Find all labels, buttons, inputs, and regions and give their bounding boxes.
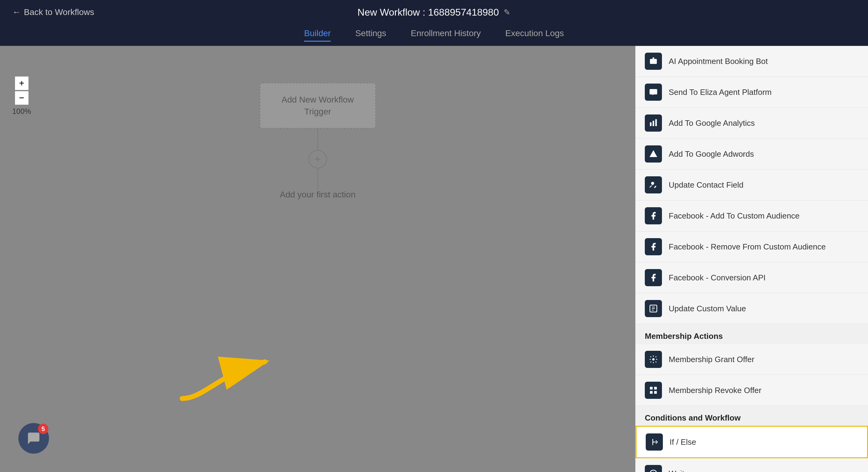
branch-icon: [650, 437, 659, 447]
gear-badge-icon: [649, 355, 658, 364]
sidebar-item-membership-revoke[interactable]: Membership Revoke Offer: [636, 375, 868, 406]
back-button-label: Back to Workflows: [24, 7, 94, 17]
edit-box-icon: [649, 304, 658, 313]
svg-rect-1: [650, 59, 657, 64]
svg-rect-15: [650, 391, 653, 394]
trigger-box-label: Add New WorkflowTrigger: [281, 94, 353, 118]
sidebar-label-membership-revoke: Membership Revoke Offer: [669, 386, 762, 395]
clock-icon: [649, 469, 658, 472]
bar-chart-icon: [649, 119, 658, 128]
sidebar-label-if-else: If / Else: [670, 437, 696, 447]
zoom-level-label: 100%: [12, 107, 31, 116]
add-action-label: Add your first action: [280, 190, 355, 199]
adwords-icon: [649, 149, 658, 159]
chat-badge: 5: [38, 423, 49, 434]
send-eliza-icon-box: [645, 84, 662, 101]
facebook-conversion-icon-box: [645, 269, 662, 286]
update-custom-icon-box: [645, 300, 662, 317]
sidebar-item-add-analytics[interactable]: Add To Google Analytics: [636, 108, 868, 139]
wait-icon-box: [645, 465, 662, 472]
conditions-section-header: Conditions and Workflow: [636, 406, 868, 426]
sidebar-label-add-adwords: Add To Google Adwords: [669, 149, 754, 159]
svg-point-12: [652, 358, 655, 360]
grid-badge-icon: [649, 386, 658, 395]
svg-rect-16: [654, 391, 657, 394]
top-bar: ← Back to Workflows New Workflow : 16889…: [0, 0, 868, 25]
sidebar-label-update-contact: Update Contact Field: [669, 180, 743, 190]
add-action-button[interactable]: +: [309, 150, 327, 168]
tab-execution-logs[interactable]: Execution Logs: [505, 28, 564, 42]
sidebar-label-update-custom: Update Custom Value: [669, 304, 746, 313]
svg-point-10: [651, 182, 654, 185]
workflow-title-text: New Workflow : 1688957418980: [358, 7, 499, 18]
svg-rect-5: [650, 89, 657, 95]
sidebar-item-add-adwords[interactable]: Add To Google Adwords: [636, 139, 868, 169]
sidebar-label-facebook-remove: Facebook - Remove From Custom Audience: [669, 242, 826, 252]
sidebar-item-ai-appointment[interactable]: AI Appointment Booking Bot: [636, 46, 868, 77]
facebook-audience-icon-box: [645, 207, 662, 224]
svg-rect-13: [650, 387, 653, 390]
sidebar-label-wait: Wait: [669, 469, 684, 472]
yellow-arrow-annotation: [158, 319, 311, 411]
svg-point-2: [652, 61, 653, 62]
tab-builder[interactable]: Builder: [304, 28, 331, 42]
edit-title-icon[interactable]: ✎: [504, 8, 510, 17]
sidebar-label-ai-appointment: AI Appointment Booking Bot: [669, 57, 768, 66]
sidebar-item-if-else[interactable]: If / Else: [636, 426, 868, 458]
sidebar-label-membership-grant: Membership Grant Offer: [669, 355, 754, 364]
chat-widget-icon: [26, 431, 41, 446]
sidebar-item-facebook-conversion[interactable]: Facebook - Conversion API: [636, 262, 868, 293]
back-arrow-icon: ←: [12, 7, 21, 17]
sidebar-item-facebook-remove[interactable]: Facebook - Remove From Custom Audience: [636, 231, 868, 262]
svg-rect-7: [653, 121, 654, 126]
tab-settings[interactable]: Settings: [355, 28, 386, 42]
svg-rect-6: [650, 122, 652, 126]
right-sidebar: AI Appointment Booking Bot Send To Eliza…: [635, 46, 868, 472]
svg-point-3: [654, 61, 655, 62]
zoom-in-button[interactable]: +: [15, 76, 29, 90]
sidebar-item-update-custom[interactable]: Update Custom Value: [636, 293, 868, 324]
svg-marker-9: [650, 150, 657, 157]
add-adwords-icon-box: [645, 146, 662, 162]
canvas-area: + − 100% Add New WorkflowTrigger + Add y…: [0, 46, 635, 472]
tab-enrollment-history[interactable]: Enrollment History: [411, 28, 481, 42]
svg-rect-14: [654, 387, 657, 390]
sidebar-item-wait[interactable]: Wait: [636, 458, 868, 472]
zoom-out-button[interactable]: −: [15, 91, 29, 105]
update-contact-icon-box: [645, 176, 662, 193]
facebook-remove-icon-box: [645, 238, 662, 255]
facebook2-icon: [649, 242, 658, 251]
chat-widget[interactable]: 5: [19, 423, 49, 453]
tab-bar: Builder Settings Enrollment History Exec…: [0, 25, 868, 46]
membership-grant-icon-box: [645, 351, 662, 368]
ai-appointment-icon-box: [645, 53, 662, 70]
sidebar-label-add-analytics: Add To Google Analytics: [669, 119, 755, 128]
add-action-plus-icon: +: [314, 153, 321, 166]
sidebar-item-send-eliza[interactable]: Send To Eliza Agent Platform: [636, 77, 868, 108]
chat-icon: [649, 88, 658, 97]
workflow-title: New Workflow : 1688957418980 ✎: [358, 7, 511, 18]
robot-icon: [649, 57, 658, 66]
sidebar-item-update-contact[interactable]: Update Contact Field: [636, 169, 868, 200]
membership-section-header: Membership Actions: [636, 324, 868, 344]
user-edit-icon: [649, 180, 658, 189]
workflow-trigger-box[interactable]: Add New WorkflowTrigger: [260, 83, 376, 129]
if-else-icon-box: [646, 434, 663, 450]
svg-rect-4: [653, 58, 654, 59]
facebook-icon: [649, 211, 658, 220]
membership-revoke-icon-box: [645, 382, 662, 399]
zoom-controls: + − 100%: [12, 76, 31, 116]
sidebar-item-facebook-audience[interactable]: Facebook - Add To Custom Audience: [636, 200, 868, 231]
sidebar-label-facebook-audience: Facebook - Add To Custom Audience: [669, 211, 799, 221]
main-content: + − 100% Add New WorkflowTrigger + Add y…: [0, 46, 868, 472]
sidebar-label-facebook-conversion: Facebook - Conversion API: [669, 273, 766, 283]
add-analytics-icon-box: [645, 115, 662, 132]
back-button[interactable]: ← Back to Workflows: [12, 7, 94, 17]
svg-rect-8: [655, 119, 657, 126]
facebook3-icon: [649, 273, 658, 282]
sidebar-label-send-eliza: Send To Eliza Agent Platform: [669, 88, 772, 97]
sidebar-item-membership-grant[interactable]: Membership Grant Offer: [636, 344, 868, 375]
